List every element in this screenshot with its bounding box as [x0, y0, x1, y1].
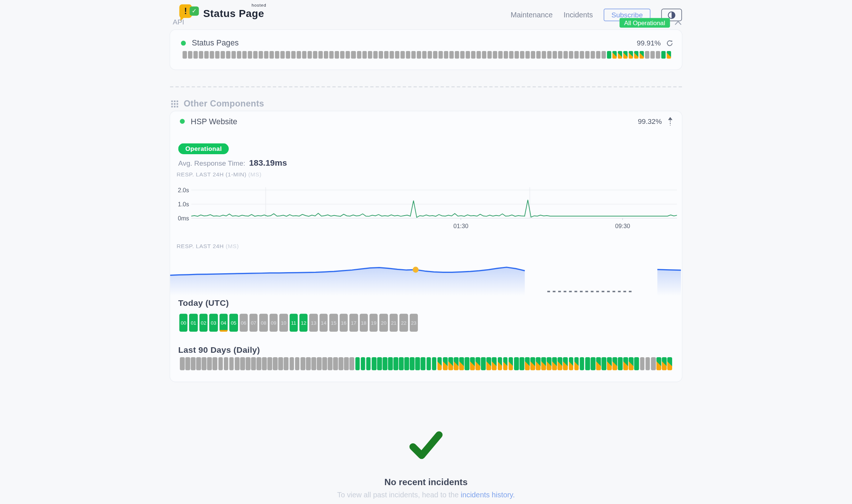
uptime-bar[interactable] [411, 51, 416, 59]
day-block[interactable] [547, 357, 551, 370]
day-block[interactable] [268, 357, 272, 370]
day-block[interactable] [492, 357, 497, 370]
day-block[interactable] [410, 357, 415, 370]
day-block[interactable] [645, 357, 650, 370]
day-block[interactable] [218, 357, 223, 370]
uptime-bar[interactable] [656, 51, 661, 59]
day-block[interactable] [377, 357, 382, 370]
day-block[interactable] [196, 357, 201, 370]
day-block[interactable] [235, 357, 239, 370]
day-block[interactable] [618, 357, 623, 370]
uptime-bar[interactable] [504, 51, 508, 59]
uptime-bar[interactable] [427, 51, 432, 59]
uptime-bar[interactable] [460, 51, 464, 59]
day-block[interactable] [651, 357, 655, 370]
day-block[interactable] [415, 357, 420, 370]
uptime-bar[interactable] [281, 51, 285, 59]
uptime-bar[interactable] [210, 51, 214, 59]
uptime-bar[interactable] [471, 51, 476, 59]
uptime-bar[interactable] [569, 51, 573, 59]
chevron-up-icon[interactable] [674, 20, 682, 25]
uptime-bar[interactable] [618, 51, 623, 59]
day-block[interactable] [464, 357, 469, 370]
hour-block[interactable]: 09 [269, 314, 278, 332]
uptime-bar[interactable] [341, 51, 345, 59]
hour-block[interactable]: 05 [229, 314, 238, 332]
day-block[interactable] [240, 357, 245, 370]
day-block[interactable] [481, 357, 486, 370]
uptime-bar[interactable] [194, 51, 198, 59]
day-block[interactable] [262, 357, 267, 370]
uptime-bar[interactable] [259, 51, 263, 59]
uptime-bar[interactable] [558, 51, 563, 59]
hour-block[interactable]: 16 [339, 314, 348, 332]
uptime-bar[interactable] [487, 51, 492, 59]
uptime-bar[interactable] [351, 51, 356, 59]
day-block[interactable] [662, 357, 667, 370]
hour-block[interactable]: 10 [279, 314, 288, 332]
hour-block[interactable]: 15 [329, 314, 338, 332]
uptime-bar[interactable] [542, 51, 546, 59]
day-block[interactable] [437, 357, 442, 370]
hour-block[interactable]: 00 [179, 314, 188, 332]
uptime-bar[interactable] [188, 51, 192, 59]
uptime-bar[interactable] [286, 51, 291, 59]
day-block[interactable] [289, 357, 294, 370]
uptime-bar[interactable] [547, 51, 551, 59]
hour-block[interactable]: 12 [299, 314, 308, 332]
hour-block[interactable]: 06 [239, 314, 248, 332]
uptime-bar[interactable] [553, 51, 557, 59]
uptime-bar[interactable] [215, 51, 220, 59]
day-block[interactable] [497, 357, 502, 370]
day-block[interactable] [585, 357, 590, 370]
uptime-bar[interactable] [444, 51, 448, 59]
uptime-bar[interactable] [270, 51, 274, 59]
uptime-bar[interactable] [389, 51, 394, 59]
uptime-bar[interactable] [313, 51, 318, 59]
uptime-bar[interactable] [406, 51, 410, 59]
uptime-bar[interactable] [362, 51, 367, 59]
uptime-bar[interactable] [601, 51, 606, 59]
uptime-bar[interactable] [613, 51, 617, 59]
day-block[interactable] [350, 357, 355, 370]
uptime-bar[interactable] [308, 51, 312, 59]
day-block[interactable] [311, 357, 316, 370]
day-block[interactable] [536, 357, 541, 370]
day-block[interactable] [448, 357, 453, 370]
day-block[interactable] [591, 357, 596, 370]
uptime-bar[interactable] [536, 51, 541, 59]
day-block[interactable] [558, 357, 563, 370]
day-block[interactable] [487, 357, 492, 370]
day-block[interactable] [295, 357, 300, 370]
uptime-bar[interactable] [324, 51, 329, 59]
uptime-bar[interactable] [297, 51, 301, 59]
hour-block[interactable]: 22 [399, 314, 408, 332]
uptime-bar[interactable] [368, 51, 372, 59]
uptime-bar[interactable] [400, 51, 405, 59]
uptime-bar[interactable] [634, 51, 639, 59]
day-block[interactable] [541, 357, 546, 370]
uptime-bar[interactable] [346, 51, 350, 59]
uptime-bar[interactable] [248, 51, 252, 59]
day-block[interactable] [256, 357, 261, 370]
day-block[interactable] [224, 357, 228, 370]
uptime-bar[interactable] [482, 51, 486, 59]
hour-block[interactable]: 21 [389, 314, 398, 332]
day-block[interactable] [306, 357, 311, 370]
hour-block[interactable]: 23 [410, 314, 418, 332]
day-block[interactable] [251, 357, 256, 370]
uptime-bar[interactable] [574, 51, 579, 59]
day-block[interactable] [623, 357, 628, 370]
uptime-bar[interactable] [433, 51, 437, 59]
uptime-bar[interactable] [493, 51, 497, 59]
hour-block[interactable]: 04 [219, 314, 228, 332]
uptime-bar[interactable] [645, 51, 650, 59]
uptime-bar[interactable] [373, 51, 378, 59]
uptime-bar[interactable] [454, 51, 459, 59]
hour-block[interactable]: 07 [249, 314, 258, 332]
day-block[interactable] [574, 357, 579, 370]
hour-block[interactable]: 01 [189, 314, 198, 332]
uptime-bar[interactable] [275, 51, 279, 59]
response-time-chart[interactable]: 2.0s1.0s0ms01:3009:30 [177, 183, 677, 231]
hour-block[interactable]: 18 [359, 314, 368, 332]
